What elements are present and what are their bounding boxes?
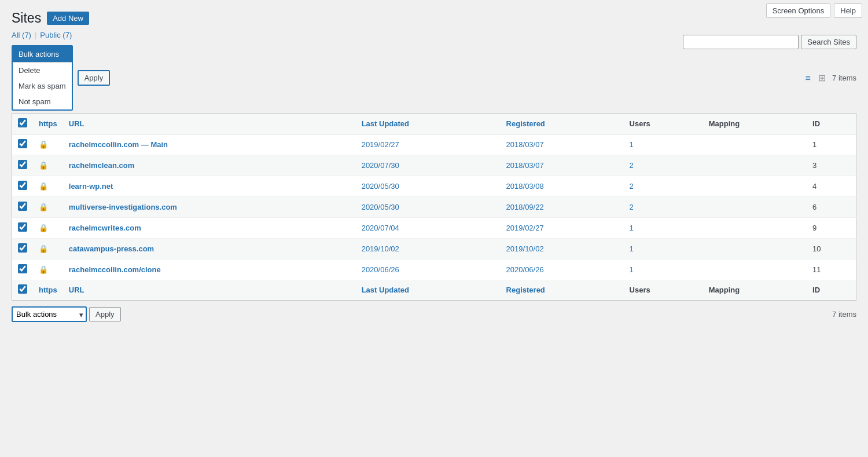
users-link[interactable]: 1 <box>630 244 634 253</box>
row-id-cell: 4 <box>807 176 856 197</box>
dropdown-item-spam[interactable]: Mark as spam <box>13 78 72 94</box>
table-body: 🔒 rachelmccollin.com — Main 2019/02/27 2… <box>12 134 856 280</box>
row-users-cell: 1 <box>624 218 703 239</box>
row-last-updated-cell: 2019/10/02 <box>356 239 501 259</box>
bottom-bulk-select-wrap: Bulk actions Delete Mark as spam Not spa… <box>12 306 87 322</box>
col-footer-mapping: Mapping <box>703 280 807 301</box>
row-checkbox[interactable] <box>18 160 27 169</box>
row-mapping-cell <box>703 259 807 280</box>
row-registered-cell: 2019/02/27 <box>501 218 624 239</box>
add-new-button[interactable]: Add New <box>47 12 89 25</box>
row-id-cell: 6 <box>807 197 856 218</box>
row-url-cell: learn-wp.net <box>63 176 356 197</box>
site-url-link[interactable]: multiverse-investigations.com <box>69 203 177 211</box>
table-row: 🔒 rachelmclean.com 2020/07/30 2018/03/07… <box>12 155 856 176</box>
row-url-cell: rachelmccollin.com — Main <box>63 134 356 155</box>
site-url-link[interactable]: rachelmccollin.com — Main <box>69 140 168 149</box>
row-checkbox[interactable] <box>18 139 27 148</box>
col-footer-check <box>12 280 34 301</box>
col-header-mapping: Mapping <box>703 114 807 134</box>
row-last-updated-cell: 2020/05/30 <box>356 197 501 218</box>
dropdown-menu: Delete Mark as spam Not spam <box>13 63 72 109</box>
filter-all[interactable]: All (7) <box>12 31 31 39</box>
sites-table: https URL Last Updated Registered Users … <box>12 113 856 301</box>
users-link[interactable]: 1 <box>630 224 634 232</box>
row-last-updated-cell: 2019/02/27 <box>356 134 501 155</box>
col-header-users: Users <box>624 114 703 134</box>
select-all-checkbox[interactable] <box>18 118 27 127</box>
site-url-link[interactable]: rachelmclean.com <box>69 161 134 170</box>
row-id-cell: 9 <box>807 218 856 239</box>
row-id-cell: 10 <box>807 239 856 259</box>
table-row: 🔒 rachelmccollin.com — Main 2019/02/27 2… <box>12 134 856 155</box>
row-mapping-cell <box>703 197 807 218</box>
row-last-updated-cell: 2020/07/30 <box>356 155 501 176</box>
lock-icon: 🔒 <box>39 140 48 149</box>
row-registered-cell: 2018/03/07 <box>501 134 624 155</box>
col-header-registered[interactable]: Registered <box>501 114 624 134</box>
col-header-last-updated[interactable]: Last Updated <box>356 114 501 134</box>
row-https-cell: 🔒 <box>33 259 63 280</box>
site-url-link[interactable]: learn-wp.net <box>69 182 113 191</box>
row-users-cell: 1 <box>624 239 703 259</box>
lock-icon: 🔒 <box>39 203 48 211</box>
lock-icon: 🔒 <box>39 265 48 274</box>
row-https-cell: 🔒 <box>33 218 63 239</box>
row-checkbox-cell <box>12 155 34 176</box>
col-footer-id: ID <box>807 280 856 301</box>
col-header-id: ID <box>807 114 856 134</box>
bottom-items-count: 7 items <box>832 310 856 319</box>
users-link[interactable]: 2 <box>630 203 634 211</box>
filter-public[interactable]: Public (7) <box>40 31 72 39</box>
row-id-cell: 11 <box>807 259 856 280</box>
site-url-link[interactable]: rachelmccollin.com/clone <box>69 265 161 274</box>
dropdown-item-delete[interactable]: Delete <box>13 63 72 78</box>
row-users-cell: 2 <box>624 197 703 218</box>
row-id-cell: 1 <box>807 134 856 155</box>
col-footer-url[interactable]: URL <box>63 280 356 301</box>
col-header-check <box>12 114 34 134</box>
users-link[interactable]: 2 <box>630 182 634 191</box>
users-link[interactable]: 1 <box>630 140 634 149</box>
site-url-link[interactable]: rachelmcwrites.com <box>69 224 141 232</box>
bottom-bulk-actions-select[interactable]: Bulk actions Delete Mark as spam Not spa… <box>12 306 87 322</box>
col-footer-registered[interactable]: Registered <box>501 280 624 301</box>
row-mapping-cell <box>703 176 807 197</box>
dropdown-item-notspam[interactable]: Not spam <box>13 94 72 109</box>
table-row: 🔒 catawampus-press.com 2019/10/02 2019/1… <box>12 239 856 259</box>
row-checkbox[interactable] <box>18 264 27 273</box>
page-title: Sites <box>12 10 41 26</box>
help-button[interactable]: Help <box>834 3 862 18</box>
lock-icon: 🔒 <box>39 224 48 232</box>
dropdown-open-box: Bulk actions Delete Mark as spam Not spa… <box>12 45 73 111</box>
row-checkbox[interactable] <box>18 243 27 253</box>
row-registered-cell: 2018/03/08 <box>501 176 624 197</box>
row-checkbox-cell <box>12 197 34 218</box>
row-checkbox-cell <box>12 259 34 280</box>
table-row: 🔒 multiverse-investigations.com 2020/05/… <box>12 197 856 218</box>
col-header-https: https <box>33 114 63 134</box>
grid-view-icon[interactable]: ⊞ <box>816 72 827 84</box>
row-url-cell: multiverse-investigations.com <box>63 197 356 218</box>
row-checkbox[interactable] <box>18 181 27 190</box>
row-last-updated-cell: 2020/06/26 <box>356 259 501 280</box>
users-link[interactable]: 1 <box>630 265 634 274</box>
row-checkbox[interactable] <box>18 202 27 211</box>
table-row: 🔒 rachelmcwrites.com 2020/07/04 2019/02/… <box>12 218 856 239</box>
col-header-url[interactable]: URL <box>63 114 356 134</box>
bulk-actions-dropdown: Bulk actions Delete Mark as spam Not spa… <box>12 45 73 111</box>
footer-select-all-checkbox[interactable] <box>18 284 27 294</box>
table-footer-row: https URL Last Updated Registered Users … <box>12 280 856 301</box>
screen-options-button[interactable]: Screen Options <box>766 3 831 18</box>
site-url-link[interactable]: catawampus-press.com <box>69 244 154 253</box>
tablenav-right: ≡ ⊞ 7 items <box>802 72 856 84</box>
col-footer-last-updated[interactable]: Last Updated <box>356 280 501 301</box>
row-https-cell: 🔒 <box>33 239 63 259</box>
dropdown-selected-label[interactable]: Bulk actions <box>13 46 72 62</box>
bottom-apply-button[interactable]: Apply <box>89 307 121 321</box>
row-checkbox[interactable] <box>18 222 27 232</box>
users-link[interactable]: 2 <box>630 161 634 170</box>
top-apply-button[interactable]: Apply <box>78 70 111 86</box>
row-registered-cell: 2020/06/26 <box>501 259 624 280</box>
list-view-icon[interactable]: ≡ <box>802 72 814 84</box>
